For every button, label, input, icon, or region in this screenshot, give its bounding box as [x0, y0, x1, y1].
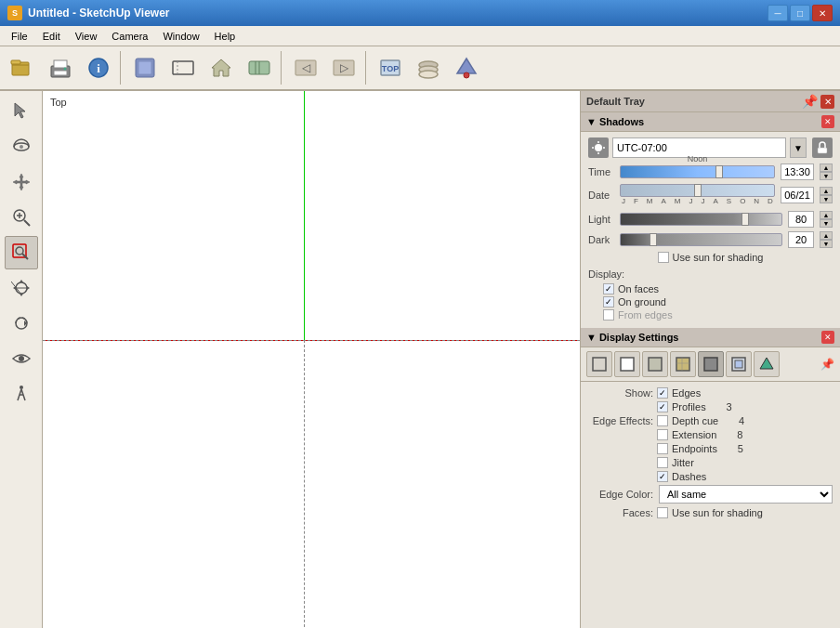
- svg-marker-35: [20, 280, 23, 282]
- toolbar-next[interactable]: ▷: [325, 49, 362, 86]
- title-bar-controls: ─ □ ✕: [768, 5, 833, 21]
- tray-close-button[interactable]: ✕: [820, 95, 834, 109]
- lock-icon[interactable]: [812, 137, 833, 158]
- right-panel: Default Tray 📌 ✕ ▼ Shadows ✕ UTC-07:00: [580, 91, 840, 628]
- eye-tool-btn[interactable]: [5, 342, 38, 375]
- edge-color-select[interactable]: All same By material By axis: [659, 485, 833, 504]
- use-sun-checkbox[interactable]: [658, 252, 669, 263]
- extension-label: Extension: [672, 429, 716, 440]
- depth-cue-checkbox[interactable]: [657, 415, 668, 426]
- from-edges-checkbox[interactable]: [603, 309, 614, 321]
- toolbar-section[interactable]: [164, 49, 202, 86]
- from-edges-label: From edges: [618, 309, 673, 321]
- menu-camera[interactable]: Camera: [104, 29, 155, 44]
- faces-sun-checkbox[interactable]: [657, 507, 668, 518]
- dark-spin-up[interactable]: ▲: [820, 231, 833, 240]
- toolbar-top[interactable]: TOP: [372, 49, 409, 86]
- walk-tool-btn[interactable]: [5, 377, 38, 411]
- time-spin-up[interactable]: ▲: [820, 164, 833, 172]
- menu-help[interactable]: Help: [207, 29, 243, 44]
- profiles-checkbox[interactable]: ✓: [657, 401, 668, 412]
- month-J3: J: [701, 197, 704, 205]
- viewport[interactable]: Top: [43, 91, 580, 628]
- zoom-tool-btn[interactable]: [5, 201, 38, 234]
- date-slider-track[interactable]: [620, 184, 775, 197]
- on-ground-checkbox[interactable]: ✓: [603, 296, 614, 307]
- dark-value-input[interactable]: [788, 231, 814, 248]
- toolbar-texture[interactable]: [448, 49, 485, 86]
- depth-cue-label: Depth cue: [672, 415, 718, 426]
- tray-pin-icon[interactable]: 📌: [802, 94, 818, 109]
- svg-rect-9: [138, 61, 151, 74]
- dashes-checkbox[interactable]: ✓: [657, 471, 668, 482]
- date-spin-down[interactable]: ▼: [820, 195, 833, 203]
- time-slider-thumb[interactable]: [715, 165, 723, 178]
- edges-checkbox[interactable]: ✓: [657, 387, 668, 399]
- light-spin-up[interactable]: ▲: [820, 211, 833, 219]
- time-spin-buttons: ▲ ▼: [820, 164, 833, 180]
- date-slider-thumb[interactable]: [694, 184, 702, 197]
- dark-slider-track[interactable]: [620, 233, 782, 246]
- display-settings-close-button[interactable]: ✕: [821, 331, 834, 344]
- jitter-checkbox[interactable]: [657, 457, 668, 468]
- time-value-input[interactable]: [781, 164, 814, 180]
- menu-window[interactable]: Window: [155, 29, 206, 44]
- select-tool-btn[interactable]: [5, 95, 38, 128]
- depth-cue-value: 4: [726, 415, 744, 426]
- svg-rect-49: [593, 358, 606, 371]
- extension-checkbox[interactable]: [657, 429, 668, 440]
- faces-label: Faces:: [588, 507, 653, 518]
- ds-icon-shaded-texture[interactable]: [670, 351, 696, 377]
- toolbar-orbit[interactable]: [241, 49, 278, 86]
- ds-icon-monochrome[interactable]: [698, 351, 724, 377]
- minimize-button[interactable]: ─: [768, 5, 788, 21]
- light-slider-thumb[interactable]: [742, 213, 749, 226]
- toolbar-open[interactable]: [4, 49, 41, 86]
- orbit-tool-btn[interactable]: [5, 130, 38, 164]
- ds-icon-hidden-line[interactable]: [614, 351, 640, 377]
- rotate-tool-btn[interactable]: [5, 307, 38, 340]
- menu-edit[interactable]: Edit: [35, 29, 68, 44]
- menu-file[interactable]: File: [4, 29, 35, 44]
- shadows-close-button[interactable]: ✕: [821, 115, 834, 128]
- ds-icon-wireframe[interactable]: [586, 351, 612, 377]
- close-button[interactable]: ✕: [812, 5, 833, 21]
- zoom-window-tool-btn[interactable]: [5, 236, 38, 269]
- toolbar-layer[interactable]: [410, 49, 447, 86]
- extension-row: Extension 8: [588, 429, 833, 440]
- ds-icon-shaded[interactable]: [642, 351, 668, 377]
- display-checkboxes: ✓ On faces ✓ On ground From edges: [588, 283, 833, 321]
- date-spin-up[interactable]: ▲: [820, 187, 833, 195]
- ds-pin-icon[interactable]: 📌: [820, 358, 834, 371]
- toolbar-home[interactable]: [203, 49, 240, 86]
- ds-icon-xray[interactable]: [726, 351, 752, 377]
- toolbar-walk[interactable]: [126, 49, 164, 86]
- svg-rect-51: [649, 358, 662, 371]
- maximize-button[interactable]: □: [790, 5, 810, 21]
- time-slider-track[interactable]: [620, 165, 775, 178]
- tray-header: Default Tray 📌 ✕: [581, 91, 840, 112]
- light-slider-track[interactable]: [620, 213, 782, 226]
- toolbar-sep-1: [120, 51, 124, 85]
- utc-row: UTC-07:00 UTC-08:00 UTC+00:00 ▼: [588, 137, 833, 158]
- menu-view[interactable]: View: [68, 29, 105, 44]
- time-spin-down[interactable]: ▼: [820, 172, 833, 180]
- display-settings-collapse-icon[interactable]: ▼: [586, 332, 597, 343]
- pan-tool-btn[interactable]: [5, 165, 38, 199]
- endpoints-checkbox[interactable]: [657, 443, 668, 454]
- light-value-input[interactable]: [788, 211, 814, 228]
- dark-row: Dark ▲ ▼: [588, 231, 833, 248]
- toolbar-previous[interactable]: ◁: [287, 49, 324, 86]
- light-spin-down[interactable]: ▼: [820, 219, 833, 228]
- toolbar-modelinfo[interactable]: i: [80, 49, 117, 86]
- dark-slider-thumb[interactable]: [650, 233, 657, 246]
- dark-spin-down[interactable]: ▼: [820, 240, 833, 248]
- date-value-input[interactable]: [781, 187, 814, 203]
- utc-dropdown-arrow[interactable]: ▼: [790, 137, 807, 158]
- shadows-collapse-icon[interactable]: ▼: [586, 116, 597, 127]
- toolbar-print[interactable]: [42, 49, 79, 86]
- on-faces-checkbox[interactable]: ✓: [603, 283, 614, 294]
- zoom-extents-tool-btn[interactable]: [5, 271, 38, 305]
- month-labels: J F M A M J J A S O N D: [620, 197, 775, 205]
- ds-icon-color-by-layer[interactable]: [754, 351, 780, 377]
